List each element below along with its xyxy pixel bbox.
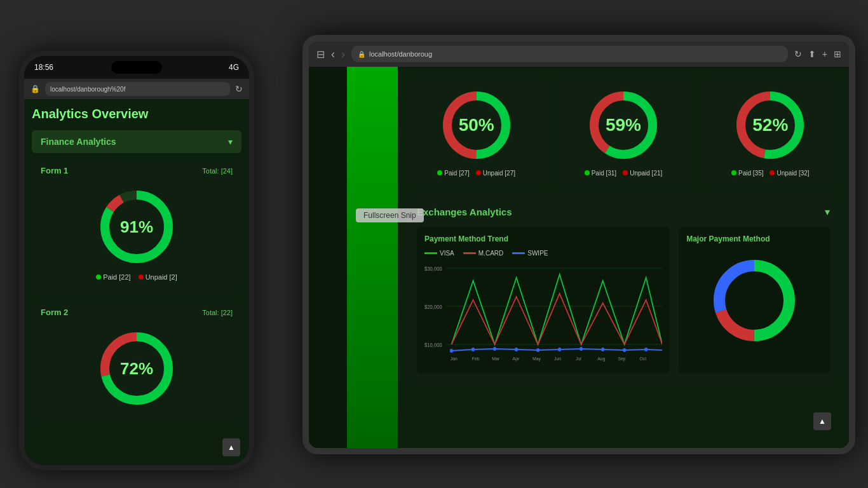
form2-donut-container: 72% <box>41 322 233 415</box>
svg-point-22 <box>471 348 475 351</box>
tablet-sidebar-icon[interactable]: ⊟ <box>316 48 325 60</box>
stat-card-3: 52% Paid [35] Unpaid [32] <box>702 77 839 187</box>
svg-text:$30,000: $30,000 <box>424 265 442 272</box>
stat3-percent: 52% <box>752 115 788 135</box>
tablet-tabs-icon[interactable]: ⊞ <box>834 49 841 59</box>
payment-trend-card: Payment Method Trend VISA M.CARD <box>417 227 670 374</box>
tablet-forward-icon[interactable]: › <box>341 48 345 61</box>
svg-text:May: May <box>532 355 541 362</box>
phone-address-bar: 🔒 localhost/danborough%20f ↻ <box>24 79 249 99</box>
form1-donut-container: 91% Paid [22] Unpaid [2] <box>41 180 233 286</box>
form1-donut-chart: 91% <box>95 186 178 268</box>
phone-content: Analytics Overview Finance Analytics ▾ F… <box>24 99 249 465</box>
phone-signal: 4G <box>229 63 239 72</box>
tablet-share-icon[interactable]: ⬆ <box>808 49 816 59</box>
tablet-device: ⊟ ‹ › 🔒 localhost/danboroug ↻ ⬆ + ⊞ <box>302 35 855 454</box>
svg-text:Jun: Jun <box>554 355 561 362</box>
phone-address-input[interactable]: localhost/danborough%20f <box>45 82 230 96</box>
stat-donut-2: 59% <box>585 87 661 163</box>
lock-icon: 🔒 <box>31 85 40 93</box>
svg-text:Jul: Jul <box>576 355 581 362</box>
svg-text:$20,000: $20,000 <box>424 303 442 310</box>
line-chart-svg: $30,000 $20,000 $10,000 <box>424 262 662 363</box>
svg-text:Sep: Sep <box>618 355 625 362</box>
major-payment-title: Major Payment Method <box>686 234 822 243</box>
tablet-content: 50% Paid [27] Unpaid [27] <box>309 67 849 448</box>
stat-card-2: 59% Paid [31] Unpaid [21] <box>555 77 691 187</box>
stat-donut-1: 50% <box>438 87 515 163</box>
major-donut-container <box>686 250 822 351</box>
form2-total: Total: [22] <box>202 309 233 316</box>
finance-chevron-icon: ▾ <box>228 137 233 147</box>
finance-section-title: Finance Analytics <box>41 137 116 147</box>
page-title: Analytics Overview <box>32 107 241 121</box>
exchanges-title: Exchanges Analytics <box>417 207 512 217</box>
major-payment-card: Major Payment Method <box>679 227 830 374</box>
svg-point-21 <box>450 349 453 353</box>
stat1-legend: Paid [27] Unpaid [27] <box>437 170 515 177</box>
tablet-scroll-up-button[interactable]: ▲ <box>813 412 831 430</box>
phone-device: 18:56 4G 🔒 localhost/danborough%20f ↻ An… <box>19 51 254 470</box>
phone-time: 18:56 <box>34 63 53 72</box>
swipe-line-icon <box>512 252 525 254</box>
stat3-legend: Paid [35] Unpaid [32] <box>731 170 810 177</box>
form2-label: Form 2 <box>41 308 68 317</box>
svg-text:Feb: Feb <box>472 355 480 362</box>
svg-text:Aug: Aug <box>597 355 605 362</box>
tablet-sidebar <box>309 67 347 448</box>
chart-legend: VISA M.CARD SWIPE <box>424 250 662 257</box>
svg-point-23 <box>493 347 496 351</box>
form2-percent: 72% <box>120 359 153 379</box>
svg-point-29 <box>623 348 626 352</box>
exchanges-section: Exchanges Analytics ▾ Payment Method Tre… <box>408 197 839 383</box>
svg-point-27 <box>580 347 583 351</box>
tablet-address-bar[interactable]: 🔒 localhost/danboroug <box>351 46 788 62</box>
svg-point-24 <box>515 348 518 351</box>
svg-text:Apr: Apr <box>513 355 520 362</box>
snip-overlay: Fullscreen Snip <box>356 208 424 222</box>
stat2-legend: Paid [31] Unpaid [21] <box>585 170 663 177</box>
tablet-plus-icon[interactable]: + <box>822 49 827 59</box>
form2-card: Form 2 Total: [22] 72% <box>32 301 241 421</box>
exchanges-chevron-icon: ▾ <box>825 206 830 218</box>
exchanges-header[interactable]: Exchanges Analytics ▾ <box>417 206 830 218</box>
visa-line-icon <box>424 252 437 254</box>
form1-percent: 91% <box>120 217 153 237</box>
major-donut-chart <box>707 253 802 348</box>
tablet-back-icon[interactable]: ‹ <box>331 48 335 61</box>
tablet-green-stripe <box>347 67 398 448</box>
tablet-lock-icon: 🔒 <box>358 51 365 58</box>
phone-status-bar: 18:56 4G <box>24 56 249 79</box>
stat1-percent: 50% <box>459 115 494 135</box>
tablet-browser-bar: ⊟ ‹ › 🔒 localhost/danboroug ↻ ⬆ + ⊞ <box>309 41 849 67</box>
exchanges-body: Payment Method Trend VISA M.CARD <box>417 227 830 374</box>
svg-point-26 <box>558 348 561 351</box>
svg-text:Jan: Jan <box>451 355 458 362</box>
tablet-reload-icon[interactable]: ↻ <box>794 49 802 59</box>
svg-text:$10,000: $10,000 <box>424 341 442 348</box>
legend-mcard: M.CARD <box>463 250 503 257</box>
mcard-line-icon <box>463 252 476 254</box>
finance-section-header[interactable]: Finance Analytics ▾ <box>32 130 241 153</box>
stat-donut-3: 52% <box>732 87 808 163</box>
svg-point-30 <box>644 348 648 351</box>
tablet-toolbar-right: ↻ ⬆ + ⊞ <box>794 49 841 59</box>
svg-point-25 <box>536 348 539 352</box>
payment-trend-title: Payment Method Trend <box>424 234 662 243</box>
form2-donut-chart: 72% <box>95 327 178 410</box>
form1-total: Total: [24] <box>202 167 233 175</box>
refresh-icon[interactable]: ↻ <box>235 84 243 94</box>
tablet-main-content: 50% Paid [27] Unpaid [27] <box>398 67 849 448</box>
svg-text:Oct: Oct <box>639 355 646 362</box>
stat2-percent: 59% <box>606 115 641 135</box>
form1-label: Form 1 <box>41 166 68 175</box>
form1-card: Form 1 Total: [24] 91% Paid [22 <box>32 159 241 292</box>
legend-swipe: SWIPE <box>512 250 548 257</box>
legend-visa: VISA <box>424 250 454 257</box>
form1-legend: Paid [22] Unpaid [2] <box>96 273 177 281</box>
phone-notch <box>111 61 162 74</box>
svg-point-28 <box>601 348 604 351</box>
phone-scroll-up-button[interactable]: ▲ <box>222 438 240 456</box>
stat-card-1: 50% Paid [27] Unpaid [27] <box>408 77 545 187</box>
stat-cards-row: 50% Paid [27] Unpaid [27] <box>408 77 839 187</box>
